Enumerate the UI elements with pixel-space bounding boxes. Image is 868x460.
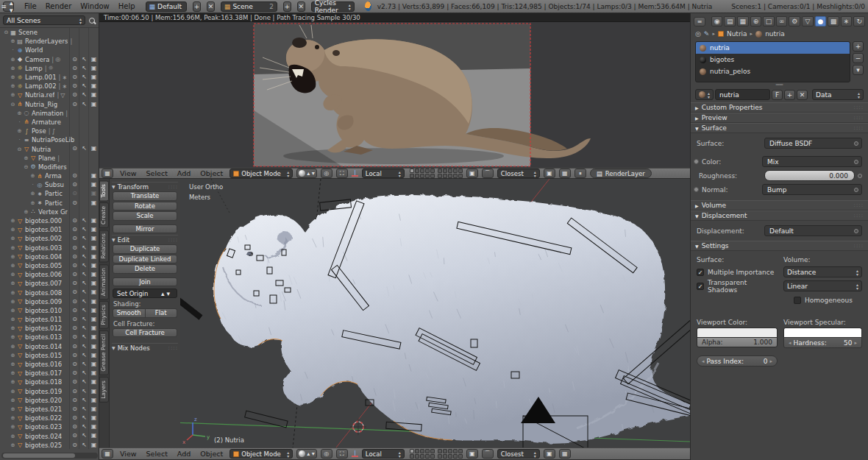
- layer-cell[interactable]: [453, 169, 458, 173]
- camera-icon[interactable]: ▣: [89, 324, 99, 333]
- cursor-icon[interactable]: ↖: [79, 279, 89, 288]
- displacement-panel-header[interactable]: ▼ Displacement ::::: [691, 210, 868, 221]
- add-layout-button[interactable]: +: [193, 1, 201, 12]
- outliner-row[interactable]: ⊕▽bigotes.020⊙↖▣: [0, 396, 99, 405]
- viewport-color-swatch[interactable]: [697, 328, 778, 337]
- alpha-slider[interactable]: Alpha: 1.000: [697, 337, 778, 347]
- cursor-icon[interactable]: ↖: [79, 288, 89, 297]
- cursor-icon[interactable]: ↖: [79, 441, 89, 449]
- camera-icon[interactable]: ▣: [89, 405, 99, 414]
- eye-icon[interactable]: ⊙: [70, 414, 79, 422]
- eye-icon[interactable]: ⊙: [70, 288, 79, 297]
- expander-icon[interactable]: ⊕: [23, 209, 29, 215]
- outliner-row[interactable]: ⊕▽bigotes.002⊙↖▣: [0, 234, 99, 243]
- main-3d-viewport[interactable]: z y x User Ortho Meters (2) Nutria Tools…: [99, 179, 690, 447]
- displacement-dropdown[interactable]: Default: [764, 225, 862, 236]
- outliner-row[interactable]: ⊕∗Partic⊙▣: [0, 199, 99, 208]
- cursor-icon[interactable]: ↖: [79, 315, 89, 324]
- world-tab[interactable]: ⊕: [750, 16, 762, 26]
- cursor-icon[interactable]: ↖: [79, 414, 89, 422]
- layer-cell[interactable]: [443, 454, 447, 459]
- duplicate-linked-button[interactable]: Duplicate Linked: [113, 255, 177, 264]
- camera-icon[interactable]: ▣: [89, 422, 99, 431]
- layer-cell[interactable]: [443, 174, 447, 178]
- camera-icon[interactable]: ▣: [89, 431, 99, 440]
- layer-cell[interactable]: [438, 449, 442, 453]
- layer-cell[interactable]: [430, 169, 435, 173]
- editor-type-3dview-icon[interactable]: ▦: [102, 169, 113, 178]
- render-tab[interactable]: ◉: [711, 16, 723, 26]
- expander-icon[interactable]: ⊖: [10, 102, 16, 107]
- eye-icon[interactable]: ⊙: [70, 396, 79, 405]
- eye-icon[interactable]: ⊙: [70, 387, 79, 396]
- set-origin-dropdown[interactable]: Set Origin ▴ ▾: [113, 289, 177, 298]
- camera-icon[interactable]: ▣: [89, 279, 99, 288]
- outliner-row[interactable]: ⊕▽bigotes.001⊙↖▣: [0, 225, 99, 234]
- camera-icon[interactable]: ▣: [89, 55, 99, 64]
- material-slot-nutria_pelos[interactable]: nutria_pelos: [696, 66, 850, 77]
- eye-icon[interactable]: ⊙: [70, 270, 79, 279]
- menu-help[interactable]: Help: [114, 2, 140, 10]
- expander-icon[interactable]: ⊕: [10, 344, 16, 350]
- outliner-row[interactable]: ⊕∴Vertex Gr: [0, 208, 99, 216]
- layer-cell[interactable]: [458, 449, 463, 453]
- transparent-shadows-checkbox-row[interactable]: ✓ Transparent Shadows: [697, 280, 778, 291]
- outliner-row[interactable]: ⊖▦Scene: [0, 28, 99, 37]
- camera-icon[interactable]: ▣: [89, 234, 99, 243]
- eye-icon[interactable]: ⊙: [70, 244, 79, 252]
- expander-icon[interactable]: ⊖: [16, 146, 23, 152]
- material-name-field[interactable]: nutria: [715, 89, 770, 100]
- checkbox-checked-icon[interactable]: ✓: [697, 269, 704, 276]
- eye-icon[interactable]: ⊙: [70, 333, 79, 342]
- lock-button[interactable]: ▣: [466, 449, 478, 459]
- camera-icon[interactable]: ▣: [89, 144, 99, 153]
- unlink-material-button[interactable]: ✕: [797, 90, 808, 100]
- layer-cell[interactable]: [458, 454, 463, 459]
- expander-icon[interactable]: ⊕: [29, 173, 36, 179]
- eye-icon[interactable]: ⊙: [70, 297, 79, 306]
- render-layer-dropdown[interactable]: ▤RenderLayer: [590, 169, 652, 178]
- viewport-shading-button[interactable]: ▴ ▾: [296, 169, 317, 178]
- layer-cell[interactable]: [425, 169, 430, 173]
- cursor-icon[interactable]: ↖: [79, 360, 89, 369]
- layer-cell[interactable]: [448, 454, 452, 459]
- expander-icon[interactable]: ⊕: [10, 74, 16, 80]
- search-icon[interactable]: [88, 17, 96, 24]
- volume-sampling-dropdown[interactable]: Distance ▴ ▾: [783, 266, 862, 277]
- pause-render-button[interactable]: ⏸: [574, 169, 586, 178]
- cursor-icon[interactable]: [79, 189, 89, 198]
- expander-icon[interactable]: ⊕: [10, 434, 16, 439]
- layer-cell[interactable]: [458, 174, 463, 178]
- cursor-icon[interactable]: ↖: [79, 252, 89, 261]
- camera-icon[interactable]: ▣: [89, 351, 99, 360]
- expander-icon[interactable]: ⊕: [10, 353, 16, 358]
- expander-icon[interactable]: ⊕: [10, 227, 16, 233]
- color-node-dropdown[interactable]: Mix: [762, 156, 862, 167]
- multiple-importance-checkbox-row[interactable]: ✓ Multiple Importance: [697, 266, 778, 277]
- layer-cell[interactable]: [415, 169, 419, 173]
- expander-icon[interactable]: ⊕: [29, 191, 36, 197]
- expander-icon[interactable]: ⊕: [10, 308, 16, 314]
- snap-magnet-button[interactable]: ⌒: [482, 449, 494, 459]
- outliner-row[interactable]: ⊕▽bigotes.022⊙↖▣: [0, 414, 99, 422]
- layer-cell[interactable]: [410, 169, 414, 173]
- eye-icon[interactable]: ⊙: [70, 171, 79, 180]
- render-opengl-anim-button[interactable]: ▦: [559, 449, 571, 459]
- shelf-tab-relations[interactable]: Relations: [99, 230, 109, 262]
- particles-tab[interactable]: ∗: [841, 16, 853, 26]
- layer-cell[interactable]: [410, 174, 414, 178]
- viewport-shading-button[interactable]: ▴ ▾: [296, 449, 317, 459]
- close-layout-button[interactable]: ✕: [207, 1, 215, 12]
- outliner-row[interactable]: ⊖⋔Nutria_Rig⊙↖▣: [0, 100, 99, 109]
- outliner-row[interactable]: ⊕☼Lamp.002|∗⊙↖▣: [0, 82, 99, 91]
- camera-icon[interactable]: ▣: [89, 387, 99, 396]
- outliner-row[interactable]: ⊕▽bigotes.010⊙↖▣: [0, 306, 99, 315]
- expander-icon[interactable]: ⊕: [23, 155, 29, 161]
- manipulator-button[interactable]: ⛶: [336, 449, 348, 459]
- material-slot-nutria[interactable]: nutria: [696, 42, 850, 54]
- menu-window[interactable]: Window: [76, 2, 113, 10]
- outliner-row[interactable]: ⊕▽bigotes.009⊙↖▣: [0, 297, 99, 306]
- camera-icon[interactable]: ▣: [89, 73, 99, 82]
- cursor-icon[interactable]: ↖: [79, 216, 89, 225]
- eye-icon[interactable]: ⊙: [70, 279, 79, 288]
